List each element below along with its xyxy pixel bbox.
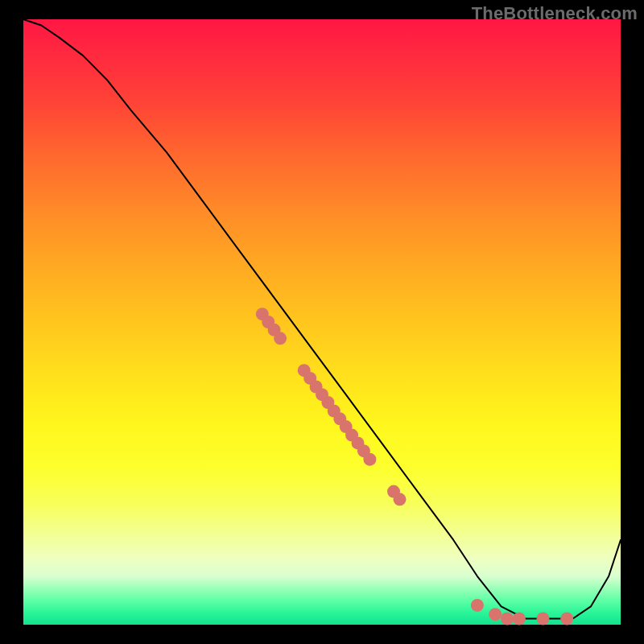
chart-marker — [363, 453, 376, 466]
chart-marker — [560, 613, 573, 625]
chart-marker — [537, 613, 550, 625]
chart-curve — [23, 19, 621, 619]
chart-markers — [256, 308, 573, 625]
chart-marker — [274, 332, 287, 345]
chart-marker — [513, 613, 526, 625]
chart-marker — [501, 613, 514, 625]
chart-marker — [489, 608, 502, 621]
chart-overlay — [23, 19, 621, 625]
chart-marker — [394, 493, 407, 506]
chart-marker — [471, 599, 484, 612]
